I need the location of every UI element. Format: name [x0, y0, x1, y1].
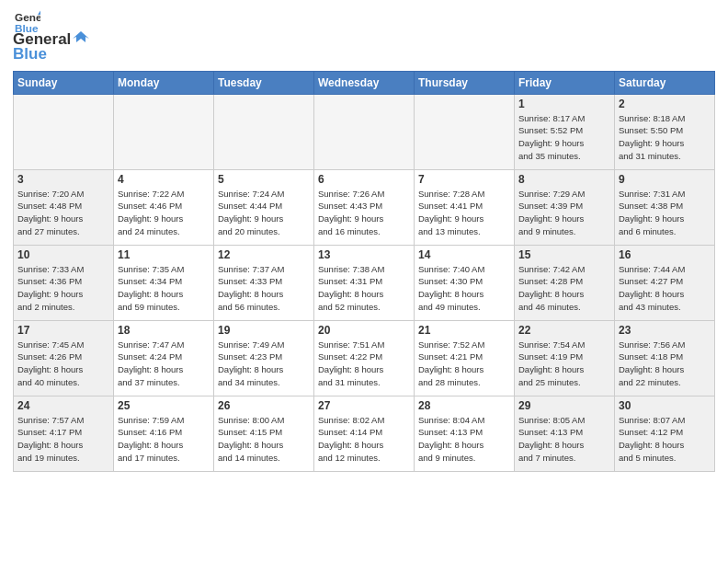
calendar-cell: 2Sunrise: 8:18 AM Sunset: 5:50 PM Daylig… [615, 94, 715, 169]
day-info: Sunrise: 8:04 AM Sunset: 4:13 PM Dayligh… [418, 414, 510, 465]
calendar-cell [114, 94, 214, 169]
calendar-cell: 20Sunrise: 7:51 AM Sunset: 4:22 PM Dayli… [314, 320, 415, 396]
calendar-cell: 9Sunrise: 7:31 AM Sunset: 4:38 PM Daylig… [615, 169, 715, 245]
day-info: Sunrise: 7:24 AM Sunset: 4:44 PM Dayligh… [218, 188, 310, 238]
day-info: Sunrise: 8:05 AM Sunset: 4:13 PM Dayligh… [518, 414, 610, 465]
day-number: 18 [118, 324, 210, 337]
day-info: Sunrise: 7:20 AM Sunset: 4:48 PM Dayligh… [17, 188, 109, 238]
calendar-cell: 19Sunrise: 7:49 AM Sunset: 4:23 PM Dayli… [214, 320, 314, 396]
day-number: 23 [619, 324, 711, 337]
day-number: 19 [218, 324, 310, 337]
day-info: Sunrise: 7:44 AM Sunset: 4:27 PM Dayligh… [619, 263, 711, 314]
day-number: 17 [17, 324, 109, 337]
calendar-cell: 11Sunrise: 7:35 AM Sunset: 4:34 PM Dayli… [114, 245, 214, 320]
day-number: 30 [619, 399, 711, 412]
day-info: Sunrise: 7:57 AM Sunset: 4:17 PM Dayligh… [17, 414, 109, 465]
day-number: 20 [318, 324, 410, 337]
day-number: 8 [518, 173, 610, 186]
svg-text:General: General [15, 11, 40, 23]
logo: General Blue General Blue [13, 9, 91, 63]
day-info: Sunrise: 7:45 AM Sunset: 4:26 PM Dayligh… [17, 339, 109, 389]
calendar-cell: 12Sunrise: 7:37 AM Sunset: 4:33 PM Dayli… [214, 245, 314, 320]
calendar-cell: 1Sunrise: 8:17 AM Sunset: 5:52 PM Daylig… [515, 94, 615, 169]
calendar-cell: 26Sunrise: 8:00 AM Sunset: 4:15 PM Dayli… [214, 396, 314, 471]
calendar-cell: 23Sunrise: 7:56 AM Sunset: 4:18 PM Dayli… [615, 320, 715, 396]
day-number: 21 [418, 324, 510, 337]
col-header-tuesday: Tuesday [214, 71, 314, 94]
calendar-cell: 27Sunrise: 8:02 AM Sunset: 4:14 PM Dayli… [314, 396, 415, 471]
day-info: Sunrise: 7:54 AM Sunset: 4:19 PM Dayligh… [518, 339, 610, 389]
header: General Blue General Blue [13, 9, 715, 63]
day-number: 11 [118, 248, 210, 261]
day-number: 12 [218, 248, 310, 261]
calendar-cell: 16Sunrise: 7:44 AM Sunset: 4:27 PM Dayli… [615, 245, 715, 320]
day-number: 25 [118, 399, 210, 412]
logo-bird-icon [73, 29, 89, 44]
calendar-cell: 18Sunrise: 7:47 AM Sunset: 4:24 PM Dayli… [114, 320, 214, 396]
calendar-cell [14, 94, 114, 169]
day-number: 16 [619, 248, 711, 261]
calendar-cell: 28Sunrise: 8:04 AM Sunset: 4:13 PM Dayli… [415, 396, 515, 471]
calendar-cell: 21Sunrise: 7:52 AM Sunset: 4:21 PM Dayli… [415, 320, 515, 396]
week-row-3: 17Sunrise: 7:45 AM Sunset: 4:26 PM Dayli… [14, 320, 715, 396]
day-number: 5 [218, 173, 310, 186]
week-row-4: 24Sunrise: 7:57 AM Sunset: 4:17 PM Dayli… [14, 396, 715, 471]
calendar-cell: 22Sunrise: 7:54 AM Sunset: 4:19 PM Dayli… [515, 320, 615, 396]
day-number: 4 [118, 173, 210, 186]
day-info: Sunrise: 7:47 AM Sunset: 4:24 PM Dayligh… [118, 339, 210, 389]
calendar-cell: 29Sunrise: 8:05 AM Sunset: 4:13 PM Dayli… [515, 396, 615, 471]
day-number: 29 [518, 399, 610, 412]
calendar-cell [214, 94, 314, 169]
day-number: 9 [619, 173, 711, 186]
col-header-monday: Monday [114, 71, 214, 94]
calendar-cell [314, 94, 415, 169]
calendar-cell: 25Sunrise: 7:59 AM Sunset: 4:16 PM Dayli… [114, 396, 214, 471]
day-number: 7 [418, 173, 510, 186]
day-info: Sunrise: 7:59 AM Sunset: 4:16 PM Dayligh… [118, 414, 210, 465]
day-info: Sunrise: 7:49 AM Sunset: 4:23 PM Dayligh… [218, 339, 310, 389]
calendar-cell: 17Sunrise: 7:45 AM Sunset: 4:26 PM Dayli… [14, 320, 114, 396]
day-info: Sunrise: 7:40 AM Sunset: 4:30 PM Dayligh… [418, 263, 510, 314]
day-info: Sunrise: 8:00 AM Sunset: 4:15 PM Dayligh… [218, 414, 310, 465]
col-header-friday: Friday [515, 71, 615, 94]
day-info: Sunrise: 7:26 AM Sunset: 4:43 PM Dayligh… [318, 188, 410, 238]
day-number: 24 [17, 399, 109, 412]
calendar-cell: 24Sunrise: 7:57 AM Sunset: 4:17 PM Dayli… [14, 396, 114, 471]
day-number: 28 [418, 399, 510, 412]
calendar-cell: 3Sunrise: 7:20 AM Sunset: 4:48 PM Daylig… [14, 169, 114, 245]
day-info: Sunrise: 7:35 AM Sunset: 4:34 PM Dayligh… [118, 263, 210, 314]
day-number: 1 [518, 98, 610, 110]
day-number: 10 [17, 248, 109, 261]
calendar-cell: 7Sunrise: 7:28 AM Sunset: 4:41 PM Daylig… [415, 169, 515, 245]
day-number: 3 [17, 173, 109, 186]
calendar-cell: 14Sunrise: 7:40 AM Sunset: 4:30 PM Dayli… [415, 245, 515, 320]
day-number: 27 [318, 399, 410, 412]
calendar-cell [415, 94, 515, 169]
col-header-sunday: Sunday [14, 71, 114, 94]
calendar-cell: 30Sunrise: 8:07 AM Sunset: 4:12 PM Dayli… [615, 396, 715, 471]
day-info: Sunrise: 8:02 AM Sunset: 4:14 PM Dayligh… [318, 414, 410, 465]
day-number: 13 [318, 248, 410, 261]
week-row-0: 1Sunrise: 8:17 AM Sunset: 5:52 PM Daylig… [14, 94, 715, 169]
calendar-table: SundayMondayTuesdayWednesdayThursdayFrid… [13, 71, 715, 472]
day-info: Sunrise: 8:17 AM Sunset: 5:52 PM Dayligh… [518, 112, 610, 163]
day-info: Sunrise: 7:29 AM Sunset: 4:39 PM Dayligh… [518, 188, 610, 238]
day-info: Sunrise: 7:33 AM Sunset: 4:36 PM Dayligh… [17, 263, 109, 314]
col-header-saturday: Saturday [615, 71, 715, 94]
day-info: Sunrise: 7:51 AM Sunset: 4:22 PM Dayligh… [318, 339, 410, 389]
day-number: 6 [318, 173, 410, 186]
calendar-cell: 8Sunrise: 7:29 AM Sunset: 4:39 PM Daylig… [515, 169, 615, 245]
calendar-cell: 4Sunrise: 7:22 AM Sunset: 4:46 PM Daylig… [114, 169, 214, 245]
day-info: Sunrise: 7:42 AM Sunset: 4:28 PM Dayligh… [518, 263, 610, 314]
day-info: Sunrise: 7:31 AM Sunset: 4:38 PM Dayligh… [619, 188, 711, 238]
day-number: 2 [619, 98, 711, 110]
calendar-cell: 6Sunrise: 7:26 AM Sunset: 4:43 PM Daylig… [314, 169, 415, 245]
week-row-2: 10Sunrise: 7:33 AM Sunset: 4:36 PM Dayli… [14, 245, 715, 320]
day-info: Sunrise: 7:52 AM Sunset: 4:21 PM Dayligh… [418, 339, 510, 389]
day-number: 26 [218, 399, 310, 412]
calendar-cell: 15Sunrise: 7:42 AM Sunset: 4:28 PM Dayli… [515, 245, 615, 320]
calendar-cell: 13Sunrise: 7:38 AM Sunset: 4:31 PM Dayli… [314, 245, 415, 320]
calendar-header-row: SundayMondayTuesdayWednesdayThursdayFrid… [14, 71, 715, 94]
day-info: Sunrise: 8:07 AM Sunset: 4:12 PM Dayligh… [619, 414, 711, 465]
calendar-cell: 5Sunrise: 7:24 AM Sunset: 4:44 PM Daylig… [214, 169, 314, 245]
